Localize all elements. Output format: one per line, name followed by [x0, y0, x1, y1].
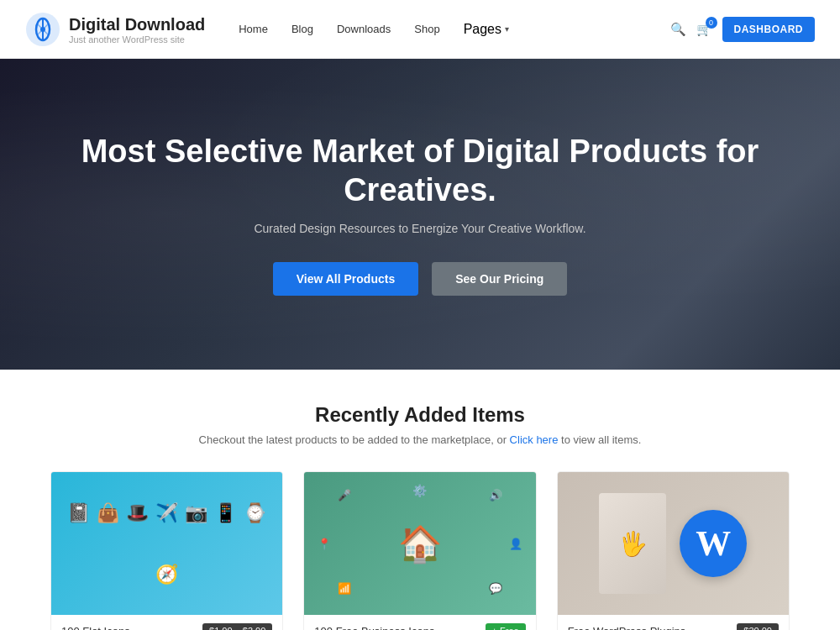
product-image-3: 🖐 W [558, 472, 789, 615]
price-badge-3: $30.00 [737, 623, 779, 630]
icon-notebook: 📓 [67, 502, 90, 524]
product-card-1[interactable]: 📓 👜 🎩 ✈️ 📷 📱 ⌚ 🧭 100 Flat Icons $1.00 – … [50, 471, 283, 630]
hero-title: Most Selective Market of Digital Product… [50, 133, 790, 209]
hero-buttons: View All Products See Our Pricing [50, 262, 790, 296]
header: Digital Download Just another WordPress … [0, 0, 840, 59]
logo-title: Digital Download [69, 14, 205, 34]
wordpress-logo: W [680, 510, 747, 577]
product-name-2: 100 Free Business Icons [314, 625, 434, 631]
icon-map: 📍 [318, 538, 331, 550]
nav-blog[interactable]: Blog [291, 23, 313, 35]
product-name-1: 100 Flat Icons [61, 625, 130, 631]
icon-phone: 📱 [214, 502, 237, 524]
products-grid: 📓 👜 🎩 ✈️ 📷 📱 ⌚ 🧭 100 Flat Icons $1.00 – … [50, 471, 790, 630]
icon-house: 🏠 [398, 523, 442, 564]
icon-wallet: 👜 [97, 502, 119, 524]
cart-icon[interactable]: 🛒 0 [696, 22, 712, 37]
icon-plane: ✈️ [155, 502, 178, 524]
logo-icon [25, 12, 60, 47]
icon-user: 👤 [509, 538, 522, 550]
product-info-1: 100 Flat Icons $1.00 – $3.00 [51, 615, 282, 630]
see-pricing-button[interactable]: See Our Pricing [432, 262, 567, 296]
icon-gear-top: ⚙️ [412, 484, 427, 497]
hero-subtitle: Curated Design Resources to Energize You… [50, 222, 790, 235]
product-card-3[interactable]: 🖐 W Free WordPress Plugins $30.00 [557, 471, 790, 630]
logo-text-group: Digital Download Just another WordPress … [69, 14, 205, 45]
product-card-2[interactable]: ⚙️ 🔊 🎤 📍 👤 📶 💬 🏠 100 Free Business Icons… [303, 471, 536, 630]
product-image-1: 📓 👜 🎩 ✈️ 📷 📱 ⌚ 🧭 [51, 472, 282, 615]
main-nav: Home Blog Downloads Shop Pages ▾ [239, 22, 669, 37]
header-icons: 🔍 🛒 0 [670, 22, 712, 37]
logo-subtitle: Just another WordPress site [69, 34, 205, 45]
product-name-3: Free WordPress Plugins [568, 625, 686, 631]
section-subtitle: Checkout the latest products to be added… [50, 433, 790, 446]
hero-section: Most Selective Market of Digital Product… [0, 59, 840, 370]
icon-mic: 🎤 [338, 489, 351, 501]
icon-camera: 📷 [185, 502, 207, 524]
nav-shop[interactable]: Shop [414, 23, 439, 35]
cart-badge: 0 [706, 17, 717, 29]
click-here-link[interactable]: Click here [510, 433, 559, 446]
logo-area: Digital Download Just another WordPress … [25, 12, 205, 47]
price-badge-2: + Free [486, 623, 526, 630]
dashboard-button[interactable]: DASHBOARD [722, 17, 816, 42]
product-info-2: 100 Free Business Icons + Free [304, 615, 535, 630]
icon-speaker: 🔊 [489, 489, 502, 501]
price-badge-1: $1.00 – $3.00 [202, 623, 272, 630]
view-all-products-button[interactable]: View All Products [273, 262, 418, 296]
section-title: Recently Added Items [50, 403, 790, 427]
icon-hat: 🎩 [126, 502, 149, 524]
icon-chat: 💬 [489, 582, 502, 595]
icon-watch: ⌚ [244, 502, 266, 524]
icon-compass: 🧭 [155, 564, 178, 585]
product-info-3: Free WordPress Plugins $30.00 [558, 615, 789, 630]
nav-home[interactable]: Home [239, 23, 268, 35]
nav-downloads[interactable]: Downloads [337, 23, 391, 35]
icon-wifi: 📶 [338, 582, 351, 595]
product-image-2: ⚙️ 🔊 🎤 📍 👤 📶 💬 🏠 [304, 472, 535, 615]
search-icon[interactable]: 🔍 [670, 22, 686, 37]
nav-pages[interactable]: Pages ▾ [464, 22, 509, 37]
products-section: Recently Added Items Checkout the latest… [0, 370, 840, 630]
pages-chevron-icon: ▾ [505, 24, 509, 34]
hero-content: Most Selective Market of Digital Product… [0, 133, 840, 295]
